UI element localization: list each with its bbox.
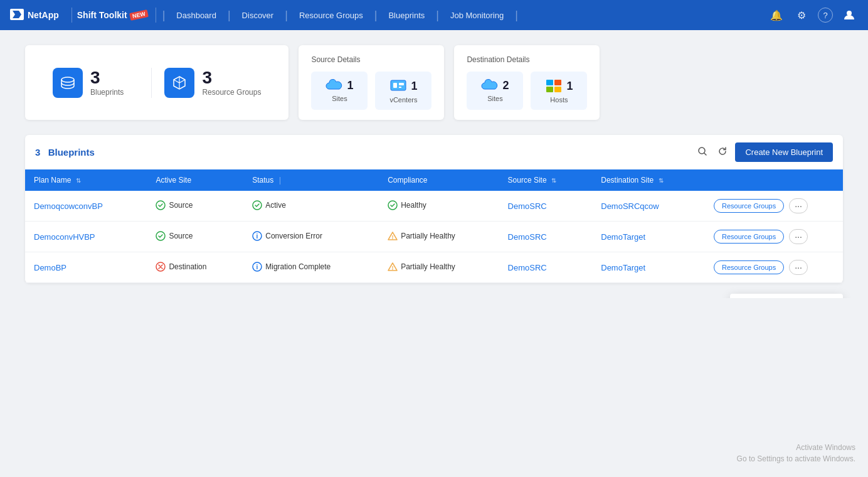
resource-groups-button[interactable]: Resource Groups bbox=[714, 199, 784, 213]
dest-cloud-icon bbox=[481, 78, 499, 94]
destination-detail-items: 2 Sites 1 bbox=[467, 72, 587, 110]
destination-details-title: Destination Details bbox=[467, 55, 587, 64]
table-count: 3 Blueprints bbox=[35, 147, 97, 158]
action-buttons: Resource Groups ··· bbox=[714, 260, 834, 275]
col-source-site: Source Site ⇅ bbox=[499, 169, 593, 191]
cell-plan-name: DemoBP bbox=[25, 252, 147, 283]
cell-active-site: Destination bbox=[147, 252, 243, 283]
table-actions: Create New Blueprint bbox=[695, 142, 833, 162]
dest-sites-label: Sites bbox=[487, 95, 502, 102]
product-badge: NEW bbox=[129, 9, 149, 21]
resource-groups-button[interactable]: Resource Groups bbox=[714, 260, 784, 274]
cell-status: i Migration Complete bbox=[243, 252, 379, 283]
refresh-button[interactable] bbox=[715, 144, 730, 161]
cell-active-site: Source bbox=[147, 222, 243, 252]
cell-destination-site: DemoTarget bbox=[592, 252, 705, 283]
dest-sites-count: 2 bbox=[502, 79, 509, 92]
compliance-badge: Healthy bbox=[388, 200, 426, 210]
plan-name-link[interactable]: DemoBP bbox=[34, 263, 66, 272]
summary-row: 3 Blueprints 3 Resource Groups Sou bbox=[25, 45, 843, 120]
dest-hosts-count: 1 bbox=[566, 80, 573, 93]
svg-rect-10 bbox=[546, 87, 553, 92]
settings-icon[interactable]: ⚙ bbox=[793, 6, 810, 24]
blueprints-table-section: 3 Blueprints Create New Blueprint Plan N… bbox=[25, 135, 843, 283]
main-content: 3 Blueprints 3 Resource Groups Sou bbox=[0, 30, 868, 298]
svg-text:!: ! bbox=[392, 234, 394, 240]
blueprints-table: Plan Name ⇅ Active Site Status Complianc… bbox=[25, 169, 843, 283]
destination-details-card: Destination Details 2 Sites bbox=[454, 45, 600, 120]
source-vcenters-count: 1 bbox=[411, 80, 417, 93]
table-header: Plan Name ⇅ Active Site Status Complianc… bbox=[25, 169, 843, 191]
more-actions-button[interactable]: ··· bbox=[789, 229, 808, 244]
dropdown-item-blueprint-details[interactable]: Blueprint Details bbox=[730, 294, 843, 298]
source-site-link[interactable]: DemoSRC bbox=[508, 263, 547, 272]
cell-compliance: ! Partially Healthy bbox=[379, 222, 499, 252]
dest-sites-item: 2 Sites bbox=[467, 72, 523, 110]
source-cloud-icon bbox=[326, 78, 343, 94]
table-header-row: 3 Blueprints Create New Blueprint bbox=[25, 135, 843, 169]
app-logo-text: NetApp bbox=[28, 10, 59, 20]
search-button[interactable] bbox=[695, 144, 710, 161]
resource-groups-label: Resource Groups bbox=[202, 88, 261, 97]
svg-rect-7 bbox=[399, 87, 401, 88]
nav-resource-groups[interactable]: Resource Groups bbox=[289, 0, 373, 30]
context-menu: Blueprint DetailsEdit BlueprintConvertRu… bbox=[730, 294, 843, 298]
netapp-logo-icon bbox=[10, 9, 24, 22]
resource-groups-button[interactable]: Resource Groups bbox=[714, 230, 784, 244]
cell-destination-site: DemoTarget bbox=[592, 222, 705, 252]
more-actions-button[interactable]: ··· bbox=[789, 260, 808, 275]
cell-actions: Resource Groups ··· bbox=[705, 222, 843, 252]
dest-hosts-label: Hosts bbox=[550, 96, 568, 104]
compliance-badge: ! Partially Healthy bbox=[388, 262, 455, 272]
destination-site-link[interactable]: DemoTarget bbox=[601, 263, 645, 272]
navbar: NetApp Shift Toolkit NEW | Dashboard | D… bbox=[0, 0, 868, 30]
plan-name-link[interactable]: DemoqcowconvBP bbox=[34, 201, 103, 211]
source-vcenters-label: vCenters bbox=[389, 96, 417, 104]
col-plan-name: Plan Name ⇅ bbox=[25, 169, 147, 191]
svg-rect-8 bbox=[546, 80, 553, 85]
help-icon[interactable]: ? bbox=[818, 8, 833, 23]
source-site-link[interactable]: DemoSRC bbox=[508, 201, 547, 211]
nav-job-monitoring[interactable]: Job Monitoring bbox=[440, 0, 514, 30]
source-detail-items: 1 Sites 1 bbox=[311, 72, 431, 110]
plan-name-link[interactable]: DemoconvHVBP bbox=[34, 232, 95, 242]
vcenter-icon bbox=[389, 78, 407, 95]
nav-blueprints[interactable]: Blueprints bbox=[378, 0, 435, 30]
status-badge: Active bbox=[252, 200, 286, 210]
nav-dashboard[interactable]: Dashboard bbox=[166, 0, 226, 30]
nav-divider-2 bbox=[156, 8, 156, 23]
cell-source-site: DemoSRC bbox=[499, 252, 593, 283]
status-badge: i Conversion Error bbox=[252, 231, 322, 241]
dest-hosts-item: 1 Hosts bbox=[531, 72, 587, 110]
cell-compliance: Healthy bbox=[379, 191, 499, 222]
source-sites-label: Sites bbox=[332, 95, 347, 102]
cell-plan-name: DemoconvHVBP bbox=[25, 222, 147, 252]
col-compliance: Compliance bbox=[379, 169, 499, 191]
blueprints-summary: 3 Blueprints bbox=[40, 68, 136, 98]
cell-compliance: ! Partially Healthy bbox=[379, 252, 499, 283]
user-icon[interactable] bbox=[840, 6, 858, 24]
cell-source-site: DemoSRC bbox=[499, 191, 593, 222]
source-site-link[interactable]: DemoSRC bbox=[508, 232, 547, 242]
source-vcenters-item: 1 vCenters bbox=[375, 72, 431, 110]
table-row: DemoBP Destination i Migration Complete … bbox=[25, 252, 843, 283]
active-site-badge: Source bbox=[156, 231, 193, 241]
more-actions-button[interactable]: ··· bbox=[789, 198, 808, 213]
table-count-number: 3 bbox=[35, 147, 40, 158]
destination-site-link[interactable]: DemoTarget bbox=[601, 232, 645, 242]
active-site-badge: Destination bbox=[156, 262, 206, 272]
col-active-site: Active Site bbox=[147, 169, 243, 191]
nav-discover[interactable]: Discover bbox=[232, 0, 284, 30]
create-blueprint-button[interactable]: Create New Blueprint bbox=[735, 142, 833, 162]
cell-actions: Resource Groups ··· bbox=[705, 252, 843, 283]
destination-site-link[interactable]: DemoSRCqcow bbox=[601, 201, 659, 211]
app-logo[interactable]: NetApp bbox=[10, 9, 59, 22]
svg-rect-4 bbox=[391, 80, 406, 90]
windows-icon bbox=[545, 78, 563, 95]
status-badge: i Migration Complete bbox=[252, 262, 331, 272]
svg-point-2 bbox=[847, 11, 852, 16]
resource-groups-info: 3 Resource Groups bbox=[202, 69, 261, 97]
bell-icon[interactable]: 🔔 bbox=[768, 6, 785, 24]
nav-divider-1 bbox=[71, 8, 72, 23]
svg-rect-9 bbox=[554, 80, 561, 85]
